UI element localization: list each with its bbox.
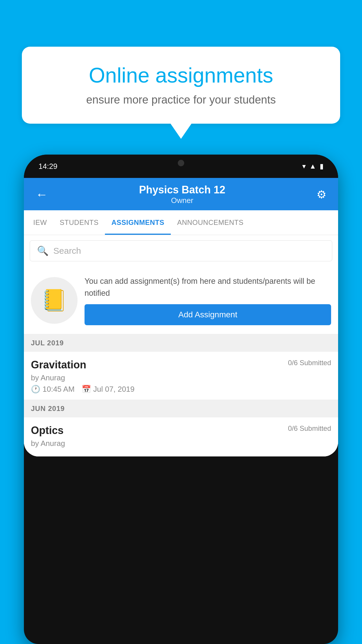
search-container: 🔍 Search [24,235,338,267]
bubble-title: Online assignments [39,63,323,88]
time-value: 10:45 AM [43,385,75,394]
promo-banner: 📒 You can add assignment(s) from here an… [24,267,338,334]
status-time: 14:29 [38,162,57,171]
assignment-top-row-optics: Optics 0/6 Submitted [31,424,331,437]
section-header-jul: JUL 2019 [24,334,338,352]
add-assignment-button[interactable]: Add Assignment [85,304,331,325]
date-value: Jul 07, 2019 [93,385,135,394]
app-header: ← Physics Batch 12 Owner ⚙ [24,178,338,210]
assignment-submitted-gravitation: 0/6 Submitted [288,359,331,367]
assignment-item-optics[interactable]: Optics 0/6 Submitted by Anurag [24,417,338,456]
assignment-date-gravitation: 📅 Jul 07, 2019 [82,385,135,394]
assignment-submitted-optics: 0/6 Submitted [288,424,331,433]
assignment-time-gravitation: 🕐 10:45 AM [31,385,75,394]
search-box[interactable]: 🔍 Search [30,240,332,261]
assignment-title-optics: Optics [31,424,64,437]
tabs-bar: IEW STUDENTS ASSIGNMENTS ANNOUNCEMENTS [24,210,338,235]
promo-text: You can add assignment(s) from here and … [85,275,331,299]
tab-iew[interactable]: IEW [27,210,53,235]
promo-content: You can add assignment(s) from here and … [85,275,331,325]
battery-icon: ▮ [320,162,324,170]
assignment-by-gravitation: by Anurag [31,373,331,382]
promo-icon-circle: 📒 [31,277,78,324]
status-icons: ▾ ▲ ▮ [302,162,324,170]
tab-announcements[interactable]: ANNOUNCEMENTS [171,210,250,235]
tab-students[interactable]: STUDENTS [53,210,105,235]
bubble-subtitle: ensure more practice for your students [39,94,323,106]
clock-icon: 🕐 [31,385,40,394]
wifi-icon: ▾ [302,162,306,170]
phone-status-bar: 14:29 ▾ ▲ ▮ [24,155,338,178]
assignment-meta-gravitation: 🕐 10:45 AM 📅 Jul 07, 2019 [31,385,331,394]
section-header-jun: JUN 2019 [24,400,338,417]
assignment-title-gravitation: Gravitation [31,359,86,371]
assignment-item-gravitation[interactable]: Gravitation 0/6 Submitted by Anurag 🕐 10… [24,352,338,400]
notebook-icon: 📒 [41,288,67,313]
phone-screen: ← Physics Batch 12 Owner ⚙ IEW STUDENTS … [24,178,338,456]
calendar-icon: 📅 [82,385,91,394]
notch-camera [178,160,184,166]
back-button[interactable]: ← [36,188,48,202]
search-icon: 🔍 [37,245,49,256]
search-placeholder: Search [53,246,81,256]
header-center: Physics Batch 12 Owner [139,184,225,205]
assignment-top-row: Gravitation 0/6 Submitted [31,359,331,371]
assignment-by-optics: by Anurag [31,439,331,448]
signal-icon: ▲ [309,162,316,170]
tab-assignments[interactable]: ASSIGNMENTS [105,210,171,235]
header-subtitle: Owner [139,196,225,205]
speech-bubble-container: Online assignments ensure more practice … [22,47,340,124]
speech-bubble: Online assignments ensure more practice … [22,47,340,124]
phone-frame: 14:29 ▾ ▲ ▮ ← Physics Batch 12 Owner ⚙ I… [24,155,338,644]
settings-icon[interactable]: ⚙ [317,188,326,201]
phone-notch [158,155,204,171]
header-title: Physics Batch 12 [139,184,225,196]
